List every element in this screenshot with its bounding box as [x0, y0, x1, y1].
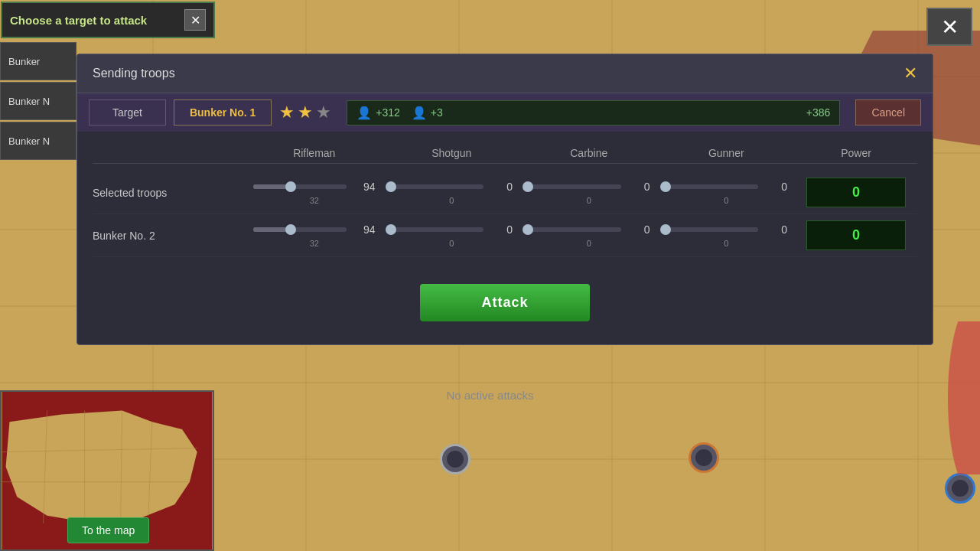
modal-table: Rifleman Shotgun Carbine Gunner Power Se… — [77, 132, 933, 269]
slider-track — [666, 227, 759, 232]
rifleman-value-1: 94 — [353, 181, 376, 193]
col-header-carbine: Carbine — [520, 147, 658, 159]
col-header-shotgun: Shotgun — [383, 147, 521, 159]
shotgun-slider-cell-2: 0 0 — [383, 223, 521, 248]
power-box-2: 0 — [806, 220, 906, 250]
row-label-bunker2: Bunker No. 2 — [93, 230, 246, 242]
rifleman-min-2: 32 — [310, 239, 319, 248]
carbine-slider-cell-2: 0 0 — [520, 223, 658, 248]
modal-title: Sending troops — [93, 67, 175, 80]
gunner-value-1: 0 — [764, 181, 787, 193]
slider-thumb[interactable] — [523, 181, 533, 192]
power-box-1: 0 — [806, 178, 906, 207]
power-value: +386 — [806, 106, 831, 119]
slider-thumb[interactable] — [523, 224, 533, 235]
col-header-rifleman: Rifleman — [246, 147, 383, 159]
choose-target-text: Choose a target to attack — [10, 14, 147, 27]
shotgun-slider-cell-1: 0 0 — [383, 181, 521, 205]
gunner-min-1: 0 — [724, 196, 728, 205]
slider-track — [391, 184, 484, 189]
troop-icon-2: 👤 — [412, 106, 427, 120]
shotgun-value-1: 0 — [490, 181, 513, 193]
sidebar: Bunker Bunker N Bunker N — [0, 42, 77, 161]
gunner-slider-2[interactable]: 0 — [658, 223, 796, 236]
carbine-value-2: 0 — [627, 223, 650, 236]
slider-thumb[interactable] — [285, 181, 296, 192]
modal-close-button[interactable]: ✕ — [903, 64, 917, 83]
shotgun-slider-2[interactable]: 0 — [383, 223, 521, 236]
troop-icon-1: 👤 — [357, 106, 372, 120]
star-2: ★ — [298, 103, 313, 122]
row-label-selected: Selected troops — [93, 187, 246, 199]
tab-target[interactable]: Target — [89, 99, 166, 126]
carbine-min-1: 0 — [587, 196, 591, 205]
marker-inner-1 — [447, 451, 464, 468]
carbine-value-1: 0 — [627, 181, 650, 193]
attack-btn-container: Attack — [77, 269, 933, 344]
rifleman-value-2: 94 — [353, 223, 376, 236]
slider-thumb[interactable] — [660, 224, 671, 235]
sending-troops-modal: Sending troops ✕ Target Bunker No. 1 ★ ★… — [77, 54, 933, 345]
sidebar-item-bunker-3[interactable]: Bunker N — [0, 122, 77, 160]
power-cell-1: 0 — [795, 178, 917, 207]
modal-toolbar: Target Bunker No. 1 ★ ★ ★ 👤 +312 👤 +3 +3… — [77, 93, 933, 132]
to-map-button[interactable]: To the map — [67, 517, 149, 543]
map-marker-3[interactable] — [945, 473, 975, 504]
gunner-slider-1[interactable]: 0 — [658, 181, 796, 193]
rifleman-min-1: 32 — [310, 196, 319, 205]
carbine-slider-1[interactable]: 0 — [520, 181, 658, 193]
troop-count-2: 👤 +3 — [412, 106, 443, 120]
gunner-slider-cell-2: 0 0 — [658, 223, 796, 248]
slider-thumb[interactable] — [386, 224, 396, 235]
rifleman-slider-cell-2: 94 32 — [246, 223, 383, 248]
slider-thumb[interactable] — [386, 181, 396, 192]
gunner-min-2: 0 — [724, 239, 728, 248]
choose-target-close-button[interactable]: ✕ — [184, 9, 206, 31]
star-1: ★ — [279, 103, 295, 122]
shotgun-min-2: 0 — [449, 239, 454, 248]
rifleman-slider-1[interactable]: 94 — [246, 181, 383, 193]
map-marker-2[interactable] — [689, 442, 719, 473]
table-row-selected: Selected troops 94 32 0 — [93, 171, 917, 214]
troops-info-panel: 👤 +312 👤 +3 +386 — [347, 100, 840, 126]
sidebar-item-bunker-1[interactable]: Bunker — [0, 42, 77, 80]
slider-track — [253, 184, 347, 189]
no-attacks-text: No active attacks — [446, 389, 533, 402]
troop-count-1: 👤 +312 — [357, 106, 400, 120]
slider-thumb[interactable] — [660, 181, 671, 192]
slider-track — [253, 227, 347, 232]
slider-track — [391, 227, 484, 232]
choose-target-bar: Choose a target to attack ✕ — [1, 2, 215, 38]
map-marker-1[interactable] — [440, 444, 470, 474]
shotgun-slider-1[interactable]: 0 — [383, 181, 521, 193]
rifleman-slider-2[interactable]: 94 — [246, 223, 383, 236]
power-cell-2: 0 — [795, 220, 917, 250]
gunner-value-2: 0 — [764, 223, 787, 236]
star-3: ★ — [316, 103, 331, 122]
gunner-slider-cell-1: 0 0 — [658, 181, 796, 205]
shotgun-value-2: 0 — [490, 223, 513, 236]
slider-track — [666, 184, 759, 189]
col-header-gunner: Gunner — [658, 147, 796, 159]
col-header-power: Power — [795, 147, 917, 159]
shotgun-min-1: 0 — [449, 196, 454, 205]
slider-track — [528, 184, 621, 189]
cancel-button[interactable]: Cancel — [855, 99, 921, 126]
table-headers: Rifleman Shotgun Carbine Gunner Power — [93, 143, 917, 164]
carbine-min-2: 0 — [587, 239, 591, 248]
carbine-slider-cell-1: 0 0 — [520, 181, 658, 205]
slider-track — [528, 227, 621, 232]
slider-thumb[interactable] — [285, 224, 296, 235]
marker-inner-3 — [952, 480, 969, 497]
tab-bunker[interactable]: Bunker No. 1 — [174, 99, 272, 126]
carbine-slider-2[interactable]: 0 — [520, 223, 658, 236]
marker-inner-2 — [695, 449, 712, 466]
table-row-bunker2: Bunker No. 2 94 32 0 — [93, 214, 917, 257]
rifleman-slider-cell-1: 94 32 — [246, 181, 383, 205]
attack-button[interactable]: Attack — [420, 284, 589, 321]
top-right-close-button[interactable]: ✕ — [926, 8, 972, 46]
stars-area: ★ ★ ★ — [279, 103, 331, 122]
modal-header: Sending troops ✕ — [77, 54, 933, 93]
col-header-empty — [93, 147, 246, 159]
sidebar-item-bunker-2[interactable]: Bunker N — [0, 82, 77, 120]
